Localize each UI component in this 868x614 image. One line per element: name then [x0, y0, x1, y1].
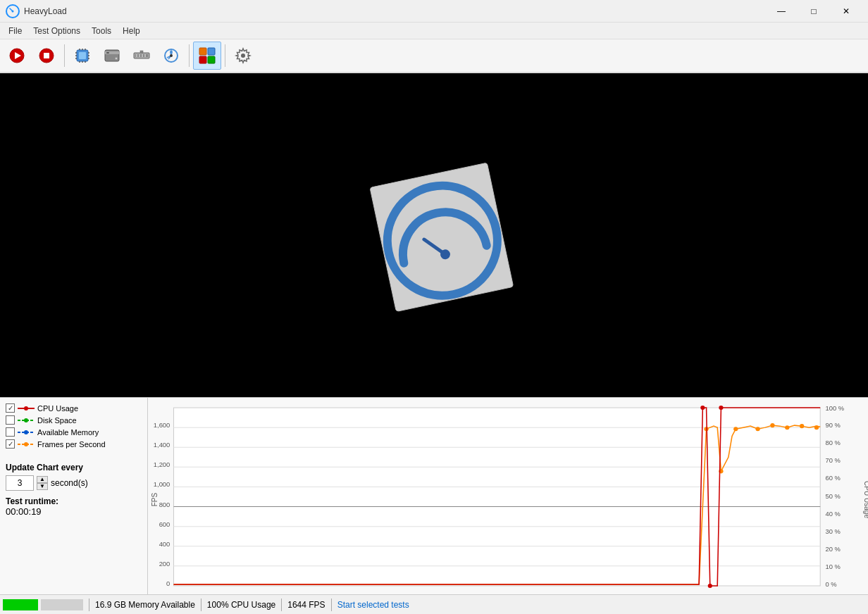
svg-text:FPS: FPS — [150, 493, 158, 507]
svg-text:1,600: 1,600 — [154, 422, 170, 429]
svg-point-49 — [24, 442, 28, 446]
runtime-value: 00:00:19 — [6, 506, 142, 517]
legend-fps-checkbox[interactable] — [6, 439, 15, 449]
gpu-button[interactable] — [157, 42, 185, 70]
svg-point-47 — [24, 430, 28, 434]
svg-point-22 — [115, 57, 118, 60]
legend-memory-checkbox[interactable] — [6, 427, 15, 437]
svg-rect-7 — [79, 52, 86, 59]
runtime-section: Test runtime: 00:00:19 — [6, 496, 142, 517]
svg-rect-29 — [144, 54, 146, 57]
svg-rect-35 — [199, 56, 206, 63]
svg-text:20 %: 20 % — [826, 546, 841, 553]
svg-point-92 — [719, 406, 723, 410]
update-interval-input[interactable] — [6, 475, 34, 491]
close-button[interactable]: ✕ — [830, 0, 862, 23]
svg-text:90 %: 90 % — [826, 422, 841, 429]
svg-point-1 — [12, 10, 14, 12]
svg-point-32 — [170, 54, 173, 57]
play-button[interactable] — [3, 42, 31, 70]
spinner-buttons: ▲ ▼ — [37, 476, 48, 490]
svg-text:60 %: 60 % — [826, 475, 841, 482]
chart-svg: FPS 0 200 400 600 800 1,000 1,200 1,400 … — [148, 401, 868, 591]
legend-memory-label: Available Memory — [37, 428, 99, 437]
legend-fps-line — [18, 440, 35, 449]
status-action[interactable]: Start selected tests — [337, 600, 409, 610]
legend-cpu-checkbox[interactable] — [6, 403, 15, 413]
svg-rect-5 — [44, 53, 49, 58]
legend-cpu-line — [18, 404, 35, 413]
status-separator-3 — [281, 599, 282, 611]
svg-point-90 — [700, 406, 705, 410]
svg-text:200: 200 — [159, 560, 170, 568]
svg-point-89 — [814, 425, 819, 430]
runtime-label: Test runtime: — [6, 496, 142, 506]
all-tests-button[interactable] — [193, 42, 221, 70]
menu-help[interactable]: Help — [117, 25, 146, 37]
svg-point-37 — [241, 54, 245, 58]
bottom-panel: CPU Usage Disk Space Available Memory — [0, 397, 868, 594]
update-label: Update Chart every — [6, 463, 142, 472]
memory-button[interactable] — [128, 42, 156, 70]
svg-rect-33 — [199, 48, 206, 55]
status-cpu: 100% CPU Usage — [207, 600, 275, 610]
menu-tools[interactable]: Tools — [86, 25, 117, 37]
status-gray-bar — [41, 599, 83, 610]
legend-memory: Available Memory — [6, 427, 142, 437]
menu-test-options[interactable]: Test Options — [27, 25, 86, 37]
spinner-down-button[interactable]: ▼ — [37, 483, 48, 490]
status-bar: 16.9 GB Memory Available 100% CPU Usage … — [0, 594, 868, 614]
title-bar: HeavyLoad — □ ✕ — [0, 0, 868, 23]
settings-button[interactable] — [229, 42, 257, 70]
svg-text:0 %: 0 % — [826, 581, 837, 588]
status-separator-1 — [89, 599, 89, 611]
stop-button[interactable] — [32, 42, 61, 70]
svg-point-87 — [785, 425, 789, 430]
menu-file[interactable]: File — [3, 25, 27, 37]
svg-rect-26 — [136, 54, 137, 57]
svg-text:80 %: 80 % — [826, 439, 841, 446]
svg-text:70 %: 70 % — [826, 457, 841, 464]
status-memory: 16.9 GB Memory Available — [95, 600, 195, 610]
visualization-area — [0, 73, 868, 397]
spinner-up-button[interactable]: ▲ — [37, 476, 48, 483]
main-content: CPU Usage Disk Space Available Memory — [0, 73, 868, 594]
legend-disk: Disk Space — [6, 415, 142, 425]
svg-text:30 %: 30 % — [826, 528, 841, 535]
svg-text:10 %: 10 % — [826, 563, 841, 570]
toolbar — [0, 39, 868, 73]
svg-text:1,200: 1,200 — [154, 462, 170, 469]
svg-text:100 %: 100 % — [826, 405, 845, 412]
update-section: Update Chart every ▲ ▼ second(s) Test ru… — [6, 463, 142, 517]
svg-point-86 — [770, 423, 774, 427]
app-title: HeavyLoad — [24, 6, 765, 16]
svg-rect-30 — [140, 51, 143, 53]
svg-rect-23 — [106, 52, 109, 54]
status-fps: 1644 FPS — [287, 600, 325, 610]
logo-3d — [342, 133, 526, 337]
svg-text:1,000: 1,000 — [154, 482, 170, 489]
svg-point-84 — [733, 427, 738, 431]
svg-rect-34 — [208, 48, 215, 55]
svg-text:50 %: 50 % — [826, 493, 841, 500]
spinner-row: ▲ ▼ second(s) — [6, 475, 142, 491]
minimize-button[interactable]: — — [765, 0, 798, 23]
svg-rect-36 — [208, 56, 215, 63]
svg-rect-61 — [174, 408, 821, 586]
svg-text:CPU Usage: CPU Usage — [863, 481, 868, 518]
cpu-button[interactable] — [68, 42, 97, 70]
legend-panel: CPU Usage Disk Space Available Memory — [0, 398, 148, 594]
app-icon — [6, 4, 20, 18]
maximize-button[interactable]: □ — [798, 0, 830, 23]
status-separator-4 — [331, 599, 332, 611]
window-controls: — □ ✕ — [765, 0, 862, 23]
svg-rect-27 — [139, 54, 140, 57]
legend-cpu-label: CPU Usage — [37, 404, 78, 413]
svg-text:600: 600 — [159, 521, 170, 528]
svg-point-88 — [800, 424, 804, 428]
chart-area: FPS 0 200 400 600 800 1,000 1,200 1,400 … — [148, 398, 868, 594]
disk-button[interactable] — [98, 42, 126, 70]
legend-disk-checkbox[interactable] — [6, 415, 15, 425]
svg-text:400: 400 — [159, 541, 170, 548]
toolbar-separator-3 — [225, 44, 225, 67]
